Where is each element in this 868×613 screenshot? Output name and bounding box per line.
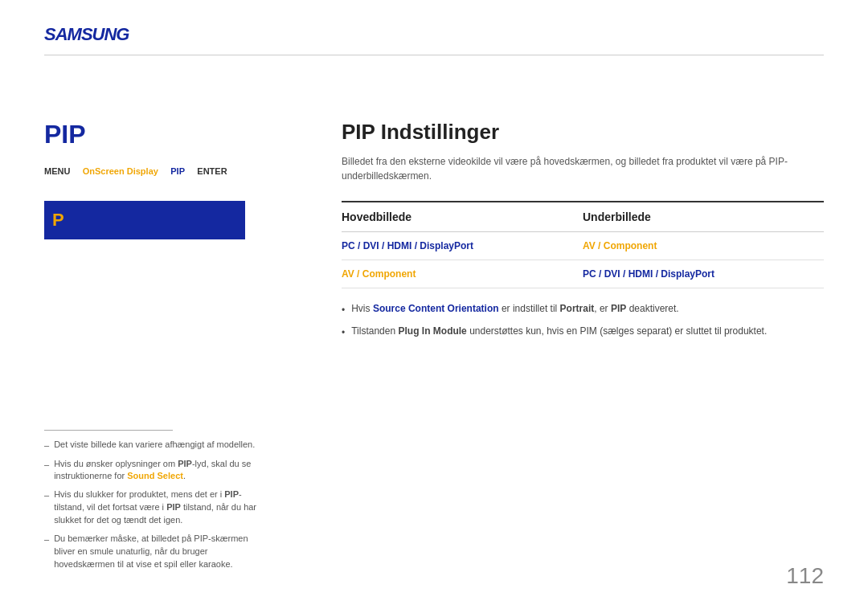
page-container: SAMSUNG PIP MENU OnScreen Display PIP EN… (0, 0, 868, 613)
breadcrumb-separator-3 (190, 166, 192, 177)
note-bullet-1: • (342, 303, 345, 317)
section-title: PIP Indstillinger (342, 120, 824, 145)
note-text-1: Hvis Source Content Orientation er indst… (351, 301, 678, 316)
header-col-1: Hovedbillede (342, 210, 583, 223)
note-bold-pim: Plug In Module (398, 325, 466, 337)
right-panel: PIP Indstillinger Billedet fra den ekste… (317, 120, 824, 346)
footnote-4: – Du bemærker måske, at billedet på PIP-… (44, 533, 269, 571)
table-header: Hovedbillede Underbillede (342, 202, 824, 232)
footnote-divider (44, 430, 173, 431)
footnote-text-4: Du bemærker måske, at billedet på PIP-sk… (54, 533, 269, 571)
footnote-bullet-1: – (44, 439, 49, 452)
breadcrumb-separator-2 (163, 166, 166, 177)
footnote-pip-bold2: PIP (224, 489, 239, 499)
logo: SAMSUNG (44, 24, 129, 45)
breadcrumb-separator-1 (75, 166, 77, 177)
footnote-bullet-4: – (44, 533, 49, 546)
row1-col1: PC / DVI / HDMI / DisplayPort (342, 240, 583, 251)
note-bullet-2: • (342, 325, 345, 340)
breadcrumb-menu: MENU (44, 166, 70, 176)
pip-table: Hovedbillede Underbillede PC / DVI / HDM… (342, 201, 824, 288)
table-row: PC / DVI / HDMI / DisplayPort AV / Compo… (342, 232, 824, 260)
note-bold-portrait: Portrait (560, 303, 595, 314)
breadcrumb-osd: OnScreen Display (83, 166, 158, 176)
footnote-1: – Det viste billede kan variere afhængig… (44, 439, 269, 452)
note-item-1: • Hvis Source Content Orientation er ind… (342, 301, 824, 317)
table-row: AV / Component PC / DVI / HDMI / Display… (342, 260, 824, 288)
footnote-bullet-3: – (44, 489, 49, 502)
header-col-2: Underbillede (583, 210, 824, 223)
section-description: Billedet fra den eksterne videokilde vil… (342, 154, 824, 183)
footnote-2: – Hvis du ønsker oplysninger om PIP-lyd,… (44, 458, 269, 484)
note-bold-pip: PIP (611, 303, 626, 314)
pip-preview: P (44, 201, 245, 239)
header: SAMSUNG (44, 24, 824, 55)
row1-col2: AV / Component (583, 240, 824, 251)
footnote-pip-bold3: PIP (166, 502, 181, 512)
page-number: 112 (786, 563, 824, 589)
main-content: PIP MENU OnScreen Display PIP ENTER P PI… (44, 120, 824, 346)
note-bold-source: Source Content Orientation (373, 303, 499, 314)
footnote-text-3: Hvis du slukker for produktet, mens det … (54, 488, 269, 527)
row2-col2: PC / DVI / HDMI / DisplayPort (583, 268, 824, 280)
pip-title: PIP (44, 120, 293, 149)
samsung-logo: SAMSUNG (44, 24, 129, 45)
note-text-2: Tilstanden Plug In Module understøttes k… (351, 324, 767, 338)
footnote-text-1: Det viste billede kan variere afhængigt … (54, 439, 255, 452)
breadcrumb: MENU OnScreen Display PIP ENTER (44, 166, 293, 177)
row2-col1: AV / Component (342, 268, 583, 280)
footnote-text-2: Hvis du ønsker oplysninger om PIP-lyd, s… (54, 458, 269, 484)
note-item-2: • Tilstanden Plug In Module understøttes… (342, 324, 824, 340)
notes-section: • Hvis Source Content Orientation er ind… (342, 301, 824, 340)
footnote-sound-select: Sound Select (127, 471, 183, 480)
breadcrumb-pip: PIP (170, 166, 185, 176)
footnote-bullet-2: – (44, 459, 49, 472)
footnote-pip-bold: PIP (178, 459, 192, 468)
left-panel: PIP MENU OnScreen Display PIP ENTER P (44, 120, 317, 346)
footnotes: – Det viste billede kan variere afhængig… (44, 430, 269, 577)
pip-preview-letter: P (52, 210, 64, 231)
footnote-3: – Hvis du slukker for produktet, mens de… (44, 488, 269, 527)
breadcrumb-enter: ENTER (197, 166, 227, 176)
